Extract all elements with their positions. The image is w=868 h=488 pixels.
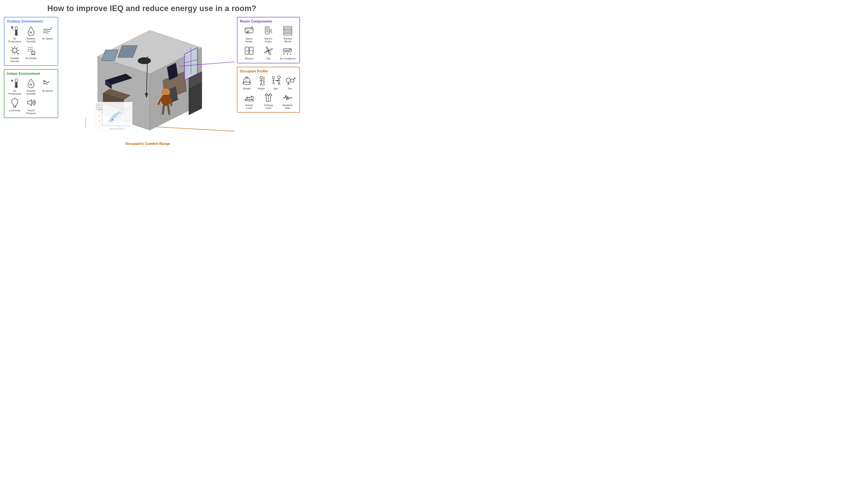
svg-point-87 <box>112 119 113 121</box>
metabolic-icon <box>282 92 293 103</box>
electric-heater: ElectricHeater <box>259 25 277 43</box>
height-label: Height <box>258 87 265 90</box>
room-ac: ❄ ❄ ❄ Air Conditioner <box>279 45 297 60</box>
room-window: Window <box>240 45 258 60</box>
svg-point-22 <box>28 49 29 50</box>
svg-line-15 <box>17 47 18 48</box>
age-label: Age <box>273 87 278 90</box>
svg-text:❄: ❄ <box>287 53 289 55</box>
svg-line-42 <box>18 99 19 100</box>
svg-line-16 <box>12 52 13 53</box>
room-illustration: 0 10 20 30 Humidity Ratio (%) Operative … <box>61 15 235 141</box>
svg-text:Ta: 20.5 °C: Ta: 20.5 °C <box>96 103 101 105</box>
center-area: 0 10 20 30 Humidity Ratio (%) Operative … <box>61 15 235 173</box>
indoor-sound-label: SoundPressure <box>26 109 36 115</box>
space-heater-label: SpaceHeater <box>245 37 253 43</box>
svg-point-21 <box>31 47 32 48</box>
svg-point-25 <box>28 51 29 52</box>
bulb-icon <box>9 97 21 108</box>
svg-line-134 <box>261 83 262 86</box>
blinds-label: WindowBlinds <box>284 37 292 43</box>
svg-line-152 <box>279 83 280 85</box>
outdoor-environment-box: Outdoor Environment ❄ <box>4 17 58 66</box>
svg-line-145 <box>273 82 274 84</box>
svg-text:❄: ❄ <box>283 53 285 55</box>
svg-text:%: % <box>30 31 32 34</box>
svg-line-72 <box>163 106 164 114</box>
humidity-icon: % <box>25 25 37 36</box>
svg-text:0: 0 <box>99 126 100 127</box>
svg-line-133 <box>260 83 261 86</box>
window-blinds: WindowBlinds <box>279 25 297 43</box>
indoor-thermometer-icon: ❄ <box>9 77 21 89</box>
indoor-sound: SoundPressure <box>23 97 39 115</box>
indoor-wind-icon <box>42 77 53 89</box>
occupant-age: Age <box>269 75 282 90</box>
clothing-icon <box>263 92 274 103</box>
outdoor-air-quality-label: Air Quality <box>26 57 37 60</box>
svg-text:Va: 0.1 m/s: Va: 0.1 m/s <box>96 107 101 108</box>
sex-icon <box>284 75 296 86</box>
fan-icon <box>263 45 274 56</box>
svg-text:10: 10 <box>98 120 100 122</box>
svg-line-43 <box>11 99 11 100</box>
electric-heater-label: ElectricHeater <box>265 37 272 43</box>
age-icon <box>270 75 281 86</box>
wind-icon <box>42 25 53 36</box>
svg-line-157 <box>293 78 295 79</box>
activity-label: ActivityLevel <box>245 104 253 109</box>
room-components-title: Room Components <box>240 20 297 24</box>
scale-icon <box>241 75 252 86</box>
svg-point-58 <box>138 58 151 64</box>
svg-line-129 <box>246 79 247 82</box>
outdoor-air-temp: ❄ AirTemperature <box>7 25 22 43</box>
svg-text:Humidity Ratio (%): Humidity Ratio (%) <box>85 118 86 129</box>
car-dots-icon <box>25 45 37 56</box>
indoor-humidity: % RelativeHumidity <box>23 77 39 95</box>
svg-point-126 <box>243 82 251 85</box>
occupant-metabolic: MetabolicRate <box>278 92 297 109</box>
outdoor-air-speed-label: Air Speed <box>42 37 53 40</box>
svg-point-26 <box>30 51 31 52</box>
occupant-clothing: ClothingLevel <box>259 92 278 109</box>
svg-point-35 <box>16 86 17 88</box>
svg-point-153 <box>286 78 290 83</box>
svg-point-124 <box>289 49 290 50</box>
occupant-sex: Sex <box>283 75 297 90</box>
svg-text:%: % <box>30 83 32 86</box>
indoor-luminosity: Luminosity <box>7 97 22 115</box>
blinds-icon <box>282 25 293 36</box>
svg-point-29 <box>31 54 33 55</box>
space-heater-icon <box>244 25 255 36</box>
svg-text:20: 20 <box>98 115 100 116</box>
svg-line-99 <box>247 33 248 34</box>
svg-text:❄: ❄ <box>11 25 13 29</box>
svg-line-73 <box>168 106 169 114</box>
svg-point-69 <box>162 88 170 96</box>
svg-point-6 <box>16 33 17 35</box>
indoor-luminosity-label: Luminosity <box>9 109 21 112</box>
svg-point-20 <box>30 47 31 48</box>
svg-point-19 <box>28 47 29 48</box>
svg-point-23 <box>30 49 31 50</box>
svg-line-71 <box>171 99 172 105</box>
indoor-title: Indoor Environment <box>7 72 55 76</box>
svg-point-156 <box>290 79 294 83</box>
outdoor-title: Outdoor Environment <box>7 20 55 24</box>
svg-text:Tmrt: -29.6 °C: Tmrt: -29.6 °C <box>96 109 103 110</box>
ac-icon: ❄ ❄ ❄ <box>282 45 293 56</box>
svg-point-125 <box>290 49 291 50</box>
svg-text:RH: 0.8 %: RH: 0.8 % <box>96 105 101 106</box>
window-icon <box>244 45 255 56</box>
outdoor-daylight: DaylightIntensity <box>7 45 22 62</box>
page-title: How to improve IEQ and reduce energy use… <box>0 0 304 15</box>
svg-marker-44 <box>28 100 31 106</box>
svg-line-151 <box>278 83 279 85</box>
indoor-environment-box: Indoor Environment ❄ AirTemperature <box>4 69 58 118</box>
room-components-box: Room Components <box>237 17 300 63</box>
ac-label: Air Conditioner <box>280 57 296 60</box>
clothing-label: ClothingLevel <box>264 104 273 109</box>
indoor-air-speed-label: Air Speed <box>42 90 53 92</box>
fan-label: Fan <box>267 57 271 60</box>
svg-rect-92 <box>245 28 253 33</box>
